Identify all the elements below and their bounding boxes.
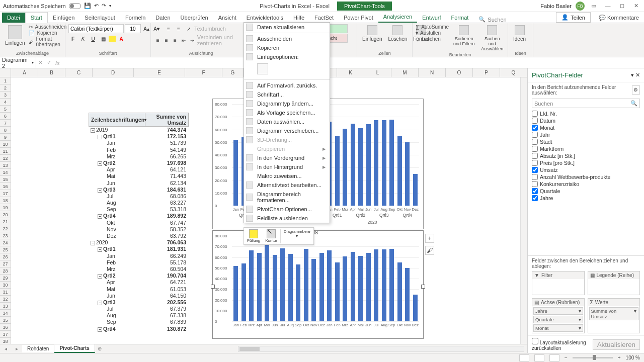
zoom-slider[interactable] — [573, 357, 613, 358]
chart-bar[interactable] — [335, 136, 340, 206]
chart-bar[interactable] — [265, 245, 269, 321]
page-layout-view-icon[interactable] — [534, 354, 544, 361]
chart-bar[interactable] — [413, 174, 418, 206]
update-button[interactable]: Aktualisieren — [593, 339, 640, 350]
chart-bar[interactable] — [249, 250, 254, 321]
grow-font-icon[interactable]: A▴ — [142, 24, 151, 33]
pivot-row[interactable]: Okt67.747 — [89, 220, 189, 226]
insert-cells-button[interactable]: Einfügen — [360, 24, 384, 43]
context-menu-item[interactable]: Schriftart... — [244, 90, 330, 99]
tab-design[interactable]: Entwurf — [417, 13, 446, 23]
fill-color-button[interactable] — [109, 36, 116, 42]
tab-formulas[interactable]: Formeln — [120, 13, 150, 23]
pivot-row[interactable]: Feb54.149 — [89, 147, 189, 153]
pivot-row[interactable]: −Qrtl1172.153 — [89, 133, 189, 140]
align-top-icon[interactable]: ≡ — [154, 24, 163, 33]
find-button[interactable]: Suchen und Auswählen — [479, 24, 505, 52]
zoom-level[interactable]: 100 % — [626, 355, 640, 360]
values-area[interactable]: ΣWerte Summe von Umsatz▾ — [588, 298, 640, 333]
row-header[interactable]: 20 — [0, 211, 11, 218]
merge-button[interactable]: Verbinden und zentrieren — [197, 34, 248, 46]
fill-button[interactable]: Füllung — [245, 229, 262, 243]
context-menu-item[interactable]: Diagrammbereich formatieren... — [244, 190, 330, 205]
sheet-tab-pivotcharts[interactable]: Pivot-Charts — [54, 344, 95, 353]
context-menu-item[interactable]: In den Hintergrund▶ — [244, 162, 330, 171]
tab-powerpivot[interactable]: Power Pivot — [339, 13, 378, 23]
context-menu-item[interactable]: In den Vordergrund▶ — [244, 153, 330, 162]
axis-item[interactable]: Jahre▾ — [533, 307, 583, 315]
border-button[interactable]: ▦ — [99, 34, 108, 43]
pivot-row[interactable]: −Qrtl4130.872 — [89, 326, 189, 332]
tab-pagelayout[interactable]: Seitenlayout — [79, 13, 120, 23]
tab-insert[interactable]: Einfügen — [48, 13, 79, 23]
row-header[interactable]: 24 — [0, 239, 11, 246]
pivot-row[interactable]: Sep53.318 — [89, 206, 189, 213]
chart-bar[interactable] — [296, 264, 300, 321]
align-bot-icon[interactable]: ≡ — [174, 24, 183, 33]
context-menu-item[interactable]: Makro zuweisen... — [244, 171, 330, 180]
autosave-toggle[interactable] — [69, 3, 81, 9]
row-header[interactable]: 9 — [0, 134, 11, 141]
chart-bar[interactable] — [343, 129, 347, 206]
chart-bar[interactable] — [366, 253, 371, 321]
column-header[interactable]: N — [419, 68, 446, 77]
chart-bar[interactable] — [358, 256, 363, 321]
pivot-row[interactable]: Jan66.249 — [89, 253, 189, 259]
pivot-row[interactable]: Dez63.792 — [89, 233, 189, 239]
chart-bar[interactable] — [257, 253, 262, 321]
gear-icon[interactable]: ⚙ — [632, 85, 640, 95]
name-box[interactable]: Diagramm 2▾ — [0, 57, 36, 69]
legend-area[interactable]: ▦Legende (Reihe) — [588, 271, 640, 295]
column-header[interactable]: G — [222, 68, 244, 77]
row-header[interactable]: 3 — [0, 92, 11, 99]
pivot-row[interactable]: −Qrtl3202.556 — [89, 299, 189, 306]
row-header[interactable]: 19 — [0, 204, 11, 211]
context-menu-item[interactable]: Auf Formatvorl. zurücks. — [244, 81, 330, 90]
pivot-chart-2-selected[interactable]: + 🖌 010.00020.00030.00040.00050.00060.00… — [212, 230, 424, 339]
row-header[interactable]: 37 — [0, 331, 11, 338]
row-header[interactable]: 1 — [0, 77, 11, 84]
vertical-scrollbar[interactable] — [520, 77, 527, 344]
pivot-row[interactable]: Mai61.053 — [89, 286, 189, 293]
row-header[interactable]: 32 — [0, 296, 11, 303]
pivot-row[interactable]: Nov58.352 — [89, 226, 189, 233]
fill-button[interactable]: ▾ Ausfüllen — [416, 30, 449, 36]
font-size-select[interactable] — [125, 24, 141, 33]
outline-button[interactable]: Kontur — [263, 229, 279, 243]
chart-bar[interactable] — [233, 140, 238, 206]
chart-bar[interactable] — [405, 268, 410, 321]
chart-bar[interactable] — [389, 120, 394, 206]
sort-filter-button[interactable]: Sortieren und Filtern — [451, 24, 477, 47]
row-header[interactable]: 2 — [0, 84, 11, 92]
row-header[interactable]: 15 — [0, 176, 11, 183]
wrap-text-button[interactable]: Textumbruch — [194, 26, 226, 32]
row-header[interactable]: 26 — [0, 253, 11, 260]
pivot-row[interactable]: Sep67.839 — [89, 319, 189, 325]
chart-bar[interactable] — [397, 262, 402, 321]
context-menu-item[interactable]: Alternativtext bearbeiten... — [244, 180, 330, 190]
chart-bar[interactable] — [351, 252, 355, 321]
row-header[interactable]: 23 — [0, 232, 11, 239]
axis-area[interactable]: ▤Achse (Rubriken) Jahre▾ Quartale▾ Monat… — [532, 298, 585, 333]
paste-option-icon[interactable] — [257, 63, 268, 74]
field-checkbox[interactable]: Absatz [in Stk.] — [532, 152, 640, 159]
column-header[interactable]: A — [11, 68, 38, 77]
align-right-icon[interactable]: ≡ — [171, 36, 179, 45]
field-checkbox[interactable]: Monat — [532, 124, 640, 131]
row-header[interactable]: 10 — [0, 141, 11, 148]
close-icon[interactable]: ✕ — [631, 3, 641, 10]
font-name-select[interactable] — [68, 24, 124, 33]
pivot-row[interactable]: −Qrtl4189.892 — [89, 213, 189, 219]
row-header[interactable]: 6 — [0, 113, 11, 120]
row-header[interactable]: 11 — [0, 148, 11, 155]
comments-button[interactable]: 💬 Kommentare — [594, 13, 644, 23]
row-header[interactable]: 16 — [0, 183, 11, 190]
value-item[interactable]: Summe von Umsatz▾ — [589, 307, 639, 320]
row-header[interactable]: 28 — [0, 267, 11, 275]
ribbon-search[interactable]: 🔍 Suchen — [478, 16, 506, 23]
context-menu-item[interactable]: Als Vorlage speichern... — [244, 108, 330, 117]
redo-icon[interactable]: ↷ — [102, 3, 106, 9]
filter-area[interactable]: ▼Filter — [532, 271, 585, 295]
column-header[interactable]: F — [185, 68, 222, 77]
field-checkbox[interactable]: Preis [pro Stk.] — [532, 159, 640, 166]
